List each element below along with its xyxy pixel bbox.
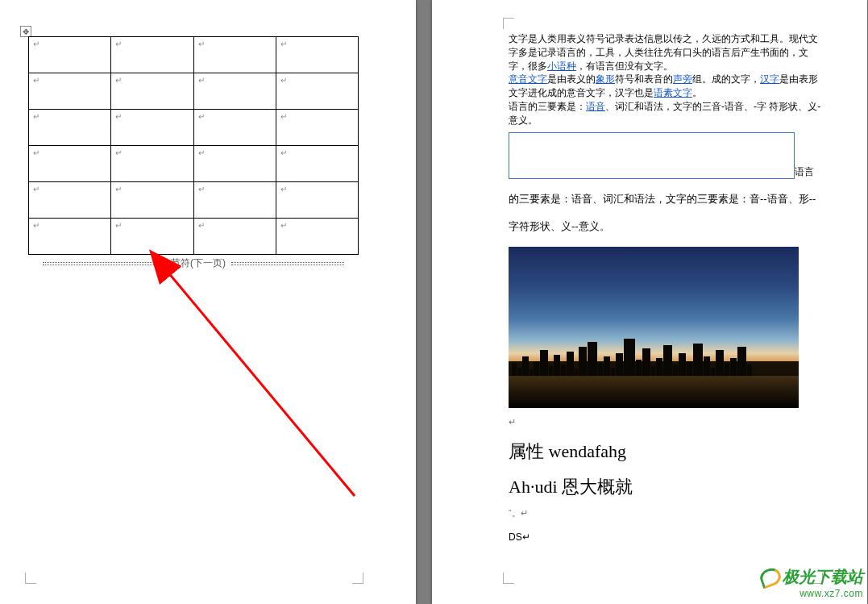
watermark-title-row: 极光下载站	[760, 566, 863, 588]
text-run: 符号和表音的	[615, 73, 673, 85]
document-table[interactable]: ↵↵↵↵ ↵↵↵↵ ↵↵↵↵ ↵↵↵↵ ↵↵↵↵ ↵↵↵↵	[28, 36, 359, 255]
embedded-image-skyline[interactable]	[509, 247, 799, 408]
table-cell[interactable]: ↵	[111, 146, 193, 182]
table-cell[interactable]: ↵	[29, 110, 111, 146]
paragraph-mark: “。↵	[509, 507, 823, 519]
table-cell[interactable]: ↵	[29, 182, 111, 219]
hyperlink[interactable]: 语音	[586, 101, 605, 112]
table-cell[interactable]: ↵	[29, 146, 111, 182]
paragraph[interactable]: 文字是人类用表义符号记录表达信息以传之，久远的方式和工具。现代文字多是记录语言的…	[509, 32, 823, 73]
margin-mark	[352, 573, 363, 584]
text-run: 语言	[795, 166, 814, 177]
table-cell[interactable]: ↵	[29, 73, 111, 110]
heading-line-2[interactable]: Ah·udi 恩大概就	[509, 475, 823, 499]
text-box[interactable]	[509, 132, 795, 179]
table-cell[interactable]: ↵	[111, 219, 193, 255]
image-reflection	[509, 376, 799, 408]
table-move-handle[interactable]: ✥	[20, 26, 31, 37]
paragraph[interactable]: 字符形状、义--意义。	[509, 219, 823, 234]
table-row: ↵↵↵↵	[29, 219, 359, 255]
table-row: ↵↵↵↵	[29, 37, 359, 73]
annotation-arrow	[24, 238, 379, 520]
table-cell[interactable]: ↵	[276, 219, 358, 255]
paragraph-mark: ↵	[509, 416, 823, 428]
watermark-url: www.xz7.com	[760, 588, 863, 599]
table-cell[interactable]: ↵	[193, 37, 276, 73]
text-run: ，有语言但没有文字。	[576, 60, 673, 72]
text-run: 组。成的文字，	[692, 73, 760, 85]
table-row: ↵↵↵↵	[29, 110, 359, 146]
paragraph[interactable]: 的三要素是：语音、词汇和语法，文字的三要素是：音--语音、形--	[509, 192, 823, 206]
watermark-title: 极光下载站	[783, 566, 863, 588]
margin-mark	[25, 573, 36, 584]
table-cell[interactable]: ↵	[276, 73, 358, 110]
table-cell[interactable]: ↵	[193, 73, 276, 110]
table-cell[interactable]: ↵	[29, 219, 111, 255]
table-cell[interactable]: ↵	[111, 73, 193, 110]
table-body: ↵↵↵↵ ↵↵↵↵ ↵↵↵↵ ↵↵↵↵ ↵↵↵↵ ↵↵↵↵	[29, 37, 359, 255]
hyperlink[interactable]: 象形	[596, 73, 615, 85]
hyperlink[interactable]: 小语种	[547, 60, 576, 72]
table-cell[interactable]: ↵	[193, 182, 276, 219]
paragraph[interactable]: 语言的三要素是：语音、词汇和语法，文字的三音-语音、-字 符形状、义-意义。	[509, 100, 823, 127]
hyperlink[interactable]: 声旁	[673, 73, 692, 85]
table-cell[interactable]: ↵	[193, 146, 276, 182]
content-area[interactable]: 文字是人类用表义符号记录表达信息以传之，久远的方式和工具。现代文字多是记录语言的…	[509, 32, 823, 544]
section-break-label: 分节符(下一页)	[28, 256, 359, 270]
margin-mark	[503, 573, 514, 584]
table-row: ↵↵↵↵	[29, 182, 359, 219]
svg-line-1	[168, 272, 355, 496]
swirl-icon	[758, 565, 783, 589]
heading-line-1[interactable]: 属性 wendafahg	[509, 439, 823, 464]
document-page-left: ✥ ↵↵↵↵ ↵↵↵↵ ↵↵↵↵ ↵↵↵↵ ↵↵↵↵ ↵↵↵↵ 分节符(下一页)	[0, 0, 416, 604]
table-cell[interactable]: ↵	[193, 219, 276, 255]
section-break-text: 分节符(下一页)	[161, 257, 226, 269]
paragraph[interactable]: DS↵	[509, 531, 823, 544]
hyperlink[interactable]: 汉字	[760, 73, 779, 85]
image-skyline-silhouette	[509, 337, 799, 377]
hyperlink[interactable]: 意音文字	[509, 73, 547, 85]
table-cell[interactable]: ↵	[276, 146, 358, 182]
text-run: 语言的三要素是：	[509, 101, 586, 112]
table-cell[interactable]: ↵	[111, 110, 193, 146]
table-cell[interactable]: ↵	[276, 37, 358, 73]
paragraph[interactable]: 意音文字是由表义的象形符号和表音的声旁组。成的文字，汉字是由表形文字进化成的意音…	[509, 73, 823, 100]
watermark-logo: 极光下载站 www.xz7.com	[760, 566, 863, 599]
margin-mark	[503, 18, 514, 29]
hyperlink[interactable]: 语素文字	[654, 87, 692, 98]
table-cell[interactable]: ↵	[111, 182, 193, 219]
text-run: 是由表义的	[547, 73, 596, 85]
table-cell[interactable]: ↵	[276, 110, 358, 146]
textbox-row: 语言	[509, 127, 823, 179]
table-cell[interactable]: ↵	[193, 110, 276, 146]
table-cell[interactable]: ↵	[111, 37, 193, 73]
document-page-right: 文字是人类用表义符号记录表达信息以传之，久远的方式和工具。现代文字多是记录语言的…	[432, 0, 867, 604]
table-cell[interactable]: ↵	[276, 182, 358, 219]
table-row: ↵↵↵↵	[29, 146, 359, 182]
table-cell[interactable]: ↵	[29, 37, 111, 73]
table-row: ↵↵↵↵	[29, 73, 359, 110]
text-run: 。	[692, 87, 702, 98]
